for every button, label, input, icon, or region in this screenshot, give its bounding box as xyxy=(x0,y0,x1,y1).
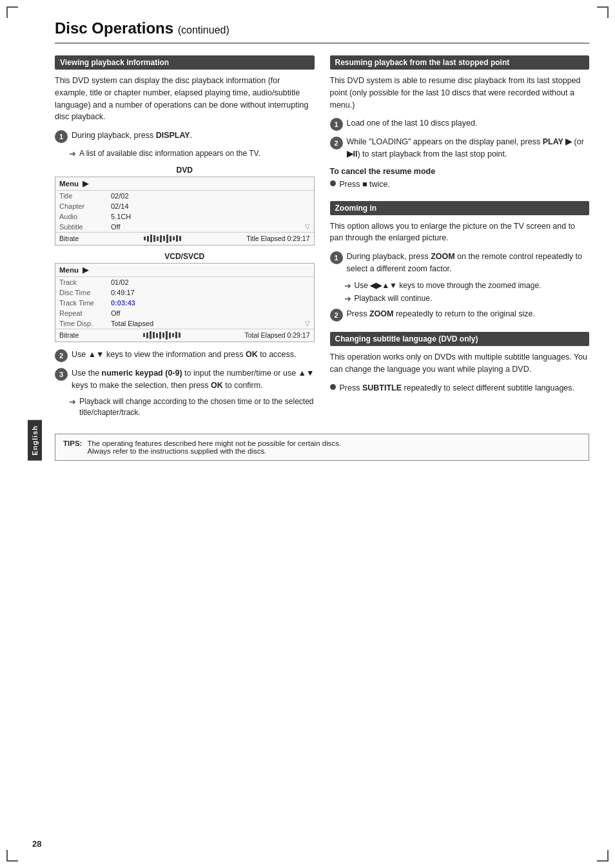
zoom-step-1: 1 During playback, press ZOOM on the rem… xyxy=(330,251,590,275)
vcd-row-tracktime: Track Time 0:03:43 xyxy=(55,298,314,308)
arrow-icon-1: ➜ xyxy=(69,149,76,159)
cancel-text: Press ■ twice. xyxy=(340,178,390,191)
corner-mark-tr xyxy=(597,6,609,18)
vcd-menu-row: Menu ▶ xyxy=(55,264,314,277)
dvd-row-subtitle: Subtitle Off ▽ xyxy=(55,222,314,232)
zoom-intro: This option allows you to enlarge the pi… xyxy=(330,220,590,245)
cancel-header: To cancel the resume mode xyxy=(330,167,590,176)
step-3-num: 3 xyxy=(55,368,68,381)
resume-step-2-text: While "LOADING" appears on the display p… xyxy=(347,136,590,160)
cancel-bullet: Press ■ twice. xyxy=(330,178,590,191)
step-2: 2 Use ▲▼ keys to view the information an… xyxy=(55,349,315,362)
dvd-row-chapter: Chapter 02/14 xyxy=(55,201,314,211)
arrow-icon-zoom2: ➜ xyxy=(344,294,351,304)
vcd-display-table: Menu ▶ Track 01/02 Disc Time 0:49:17 T xyxy=(55,263,315,342)
resume-step-1-text: Load one of the last 10 discs played. xyxy=(347,117,478,130)
vcd-row-timedisp: Time Disp. Total Elapsed ▽ xyxy=(55,318,314,329)
resume-step-1: 1 Load one of the last 10 discs played. xyxy=(330,117,590,131)
vcd-elapsed: Total Elapsed 0:29:17 xyxy=(244,331,309,339)
page-number: 28 xyxy=(32,839,41,849)
resume-intro: This DVD system is able to resume disc p… xyxy=(330,75,590,111)
section-resume-header: Resuming playback from the last stopped … xyxy=(330,55,590,70)
section-viewing-header: Viewing playback information xyxy=(55,55,315,70)
zoom-step-2: 2 Press ZOOM repeatedly to return to the… xyxy=(330,308,590,322)
corner-mark-tl xyxy=(6,6,18,18)
sidebar-label: English xyxy=(28,420,42,461)
arrow-icon-zoom1: ➜ xyxy=(344,281,351,291)
dvd-bitrate-row: Bitrate xyxy=(55,232,314,245)
arrow-icon-3: ➜ xyxy=(69,397,76,407)
zoom-step-1-text: During playback, press ZOOM on the remot… xyxy=(347,251,590,275)
dvd-elapsed: Title Elapsed 0:29:17 xyxy=(246,235,309,242)
dvd-display-section: DVD Menu ▶ Title 02/02 Chapter 02/14 xyxy=(55,166,315,342)
dvd-row-audio: Audio 5.1CH xyxy=(55,211,314,222)
step-1-text: During playback, press DISPLAY. xyxy=(72,130,192,142)
dvd-menu-row: Menu ▶ xyxy=(55,177,314,191)
subtitle-bullet: Press SUBTITLE repeatedly to select diff… xyxy=(330,382,590,394)
resume-step-1-num: 1 xyxy=(330,118,343,131)
cancel-bullet-dot xyxy=(330,180,336,186)
dvd-menu-label: Menu xyxy=(59,180,79,188)
resume-step-2: 2 While "LOADING" appears on the display… xyxy=(330,136,590,160)
step-2-text: Use ▲▼ keys to view the information and … xyxy=(72,349,297,361)
tips-box: TIPS: The operating features described h… xyxy=(55,434,589,461)
resume-step-2-num: 2 xyxy=(330,137,343,149)
vcd-row-track: Track 01/02 xyxy=(55,277,314,287)
bitrate-bars xyxy=(144,235,181,243)
left-column: Viewing playback information This DVD sy… xyxy=(55,55,315,421)
tips-line2: Always refer to the instructions supplie… xyxy=(87,447,341,455)
cancel-header-container: To cancel the resume mode Press ■ twice. xyxy=(330,167,590,191)
zoom-step-1-arrow1: ➜ Use ◀▶▲▼ keys to move through the zoom… xyxy=(330,280,590,291)
dvd-label: DVD xyxy=(55,166,315,175)
step-3-text: Use the numeric keypad (0-9) to input th… xyxy=(72,367,315,392)
zoom-step-1-arrow2: ➜ Playback will continue. xyxy=(330,293,590,304)
step-1: 1 During playback, press DISPLAY. xyxy=(55,130,315,143)
corner-mark-br xyxy=(597,850,609,862)
vcd-row-disctime: Disc Time 0:49:17 xyxy=(55,287,314,298)
tips-line1: The operating features described here mi… xyxy=(87,439,341,447)
vcd-row-repeat: Repeat Off xyxy=(55,308,314,318)
step-2-num: 2 xyxy=(55,349,68,362)
tips-label: TIPS: xyxy=(63,439,82,455)
zoom-step-1-num: 1 xyxy=(330,251,343,264)
subtitle-bullet-dot xyxy=(330,384,336,390)
page-title: Disc Operations (continued) xyxy=(55,19,589,44)
step-3: 3 Use the numeric keypad (0-9) to input … xyxy=(55,367,315,392)
vcd-bitrate-bars xyxy=(143,331,181,340)
dvd-display-table: Menu ▶ Title 02/02 Chapter 02/14 Audio xyxy=(55,177,315,246)
zoom-step-2-num: 2 xyxy=(330,309,343,322)
zoom-step-2-text: Press ZOOM repeatedly to return to the o… xyxy=(347,308,536,320)
vcd-menu-label: Menu xyxy=(59,266,79,274)
right-column: Resuming playback from the last stopped … xyxy=(330,55,590,421)
corner-mark-bl xyxy=(6,850,18,862)
sidebar: English xyxy=(26,52,44,829)
viewing-intro: This DVD system can display the disc pla… xyxy=(55,75,315,123)
dvd-row-title: Title 02/02 xyxy=(55,191,314,201)
subtitle-text: Press SUBTITLE repeatedly to select diff… xyxy=(340,382,575,394)
step-1-num: 1 xyxy=(55,130,68,143)
vcd-menu-arrow: ▶ xyxy=(83,265,88,275)
dvd-menu-arrow: ▶ xyxy=(83,179,88,188)
vcd-label: VCD/SVCD xyxy=(55,252,315,261)
step-3-arrow: ➜ Playback will change according to the … xyxy=(55,396,315,418)
vcd-bitrate-row: Bitrate xyxy=(55,329,314,342)
subtitle-intro: This operation works only on DVDs with m… xyxy=(330,351,590,376)
tips-content: The operating features described here mi… xyxy=(87,439,341,455)
section-zoom-header: Zooming in xyxy=(330,201,590,215)
step-1-arrow: ➜ A list of available disc information a… xyxy=(55,148,315,159)
section-subtitle-header: Changing subtitle language (DVD only) xyxy=(330,332,590,346)
